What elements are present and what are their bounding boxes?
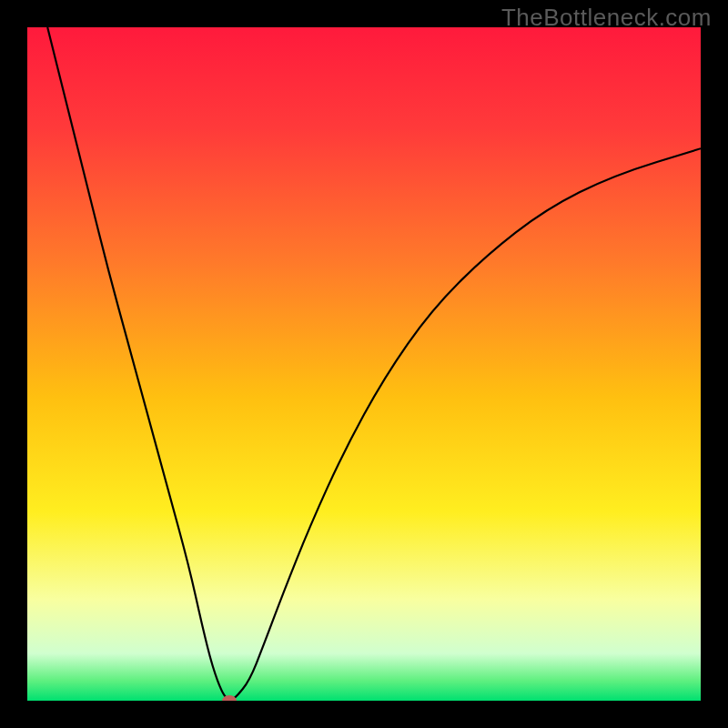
chart-plot-area (27, 27, 701, 701)
watermark-text: TheBottleneck.com (501, 4, 712, 32)
gradient-background (27, 27, 701, 701)
bottleneck-chart (27, 27, 701, 701)
